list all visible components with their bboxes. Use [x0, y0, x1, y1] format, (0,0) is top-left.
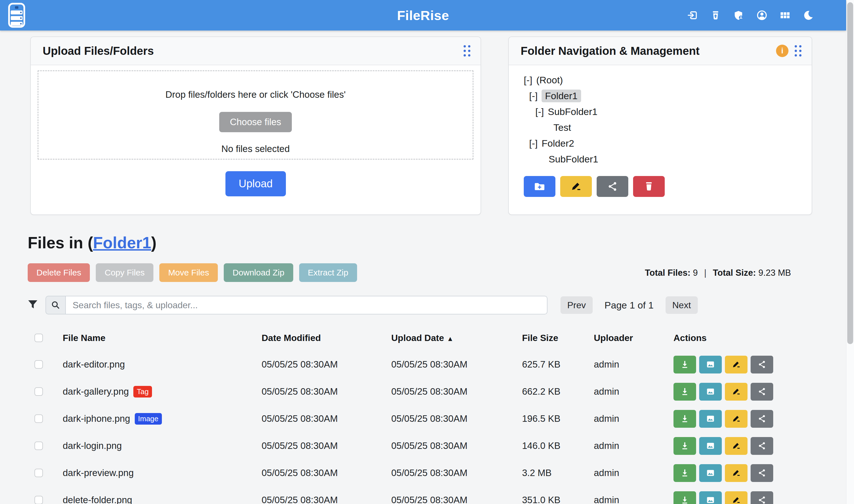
download-zip-button[interactable]: Download Zip — [224, 263, 293, 282]
prev-page-button[interactable]: Prev — [561, 296, 593, 314]
tree-label[interactable]: (Root) — [536, 75, 563, 86]
search-input[interactable] — [65, 296, 547, 314]
select-all-checkbox[interactable] — [34, 334, 43, 342]
folder-info-icon[interactable]: i — [776, 44, 788, 57]
tree-label[interactable]: SubFolder1 — [548, 106, 598, 117]
edit-file-button[interactable] — [725, 491, 747, 504]
column-date-modified[interactable]: Date Modified — [261, 333, 391, 343]
download-file-button[interactable] — [673, 383, 696, 401]
drag-handle-icon[interactable] — [464, 45, 470, 56]
file-dropzone[interactable]: Drop files/folders here or click 'Choose… — [38, 70, 473, 160]
move-files-button[interactable]: Move Files — [159, 263, 218, 282]
grid-view-icon[interactable] — [780, 10, 791, 21]
user-profile-icon[interactable] — [757, 10, 767, 21]
file-size-cell: 662.2 KB — [522, 386, 594, 397]
admin-shield-icon[interactable] — [733, 10, 744, 21]
share-folder-button[interactable] — [597, 176, 628, 197]
share-icon — [757, 414, 767, 424]
share-file-button[interactable] — [751, 464, 773, 482]
download-file-button[interactable] — [673, 464, 696, 482]
edit-file-button[interactable] — [725, 437, 747, 455]
tree-label-selected[interactable]: Folder1 — [542, 90, 581, 102]
download-file-button[interactable] — [673, 356, 696, 374]
table-row: dark-login.png 05/05/25 08:30AM 05/05/25… — [28, 432, 828, 460]
dark-mode-icon[interactable] — [803, 10, 814, 21]
tree-label[interactable]: Test — [553, 122, 571, 133]
preview-image-button[interactable] — [699, 356, 722, 374]
edit-file-button[interactable] — [725, 356, 747, 374]
create-folder-button[interactable] — [524, 176, 556, 197]
drag-handle-icon[interactable] — [795, 45, 801, 56]
row-checkbox[interactable] — [34, 360, 43, 369]
preview-image-button[interactable] — [699, 410, 722, 428]
edit-file-button[interactable] — [725, 383, 747, 401]
tree-item-subfolder1-2[interactable]: SubFolder1 — [509, 151, 812, 167]
tag-badge[interactable]: Tag — [133, 386, 152, 397]
column-file-size[interactable]: File Size — [522, 333, 594, 343]
upload-button[interactable]: Upload — [225, 171, 286, 196]
tree-toggle[interactable]: [-] — [535, 106, 544, 117]
extract-zip-button[interactable]: Extract Zip — [299, 263, 357, 282]
download-file-button[interactable] — [673, 491, 696, 504]
share-file-button[interactable] — [751, 356, 773, 374]
image-badge[interactable]: Image — [135, 413, 162, 425]
file-name[interactable]: dark-iphone.png — [63, 413, 130, 424]
row-checkbox[interactable] — [34, 496, 43, 504]
tree-item-root[interactable]: [-] (Root) — [509, 72, 812, 88]
preview-image-button[interactable] — [699, 383, 722, 401]
column-upload-date[interactable]: Upload Date▲ — [391, 333, 522, 343]
file-name[interactable]: dark-preview.png — [63, 468, 134, 478]
page-scrollbar-track[interactable] — [846, 0, 854, 504]
tree-item-subfolder1[interactable]: [-] SubFolder1 — [509, 104, 812, 120]
column-uploader[interactable]: Uploader — [594, 333, 673, 343]
tree-toggle[interactable]: [-] — [529, 138, 538, 149]
tree-item-folder1[interactable]: [-] Folder1 — [509, 88, 812, 104]
upload-date-cell: 05/05/25 08:30AM — [391, 413, 522, 424]
tree-toggle[interactable]: [-] — [529, 90, 538, 102]
share-file-button[interactable] — [751, 491, 773, 504]
row-checkbox[interactable] — [34, 442, 43, 450]
page-scrollbar-thumb[interactable] — [847, 2, 853, 344]
share-file-button[interactable] — [751, 383, 773, 401]
file-name[interactable]: dark-gallery.png — [63, 386, 129, 397]
tree-toggle[interactable]: [-] — [524, 75, 532, 86]
file-name[interactable]: dark-login.png — [63, 440, 122, 451]
download-file-button[interactable] — [673, 437, 696, 455]
row-checkbox[interactable] — [34, 469, 43, 477]
share-icon — [606, 181, 618, 192]
tree-item-folder2[interactable]: [-] Folder2 — [509, 135, 812, 151]
file-name[interactable]: delete-folder.png — [63, 495, 132, 504]
filter-icon[interactable] — [28, 299, 38, 311]
date-modified-cell: 05/05/25 08:30AM — [261, 386, 391, 397]
share-file-button[interactable] — [751, 410, 773, 428]
app-header: FileRise — [0, 0, 846, 31]
edit-file-button[interactable] — [725, 464, 747, 482]
share-file-button[interactable] — [751, 437, 773, 455]
current-folder-link[interactable]: Folder1 — [93, 234, 151, 252]
delete-files-button[interactable]: Delete Files — [28, 263, 90, 282]
tree-label[interactable]: SubFolder1 — [549, 154, 598, 165]
preview-image-button[interactable] — [699, 464, 722, 482]
tree-item-test[interactable]: Test — [509, 120, 812, 135]
edit-file-button[interactable] — [725, 410, 747, 428]
tree-label[interactable]: Folder2 — [542, 138, 574, 149]
rename-folder-button[interactable] — [560, 176, 592, 197]
download-file-button[interactable] — [673, 410, 696, 428]
logout-icon[interactable] — [687, 10, 698, 21]
next-page-button[interactable]: Next — [666, 296, 698, 314]
file-name[interactable]: dark-editor.png — [63, 359, 125, 370]
download-icon — [680, 414, 690, 424]
share-icon — [757, 360, 767, 369]
restore-trash-icon[interactable] — [710, 10, 721, 21]
preview-image-button[interactable] — [699, 437, 722, 455]
column-file-name[interactable]: File Name — [63, 333, 261, 343]
menu-server-logo-icon[interactable] — [8, 2, 25, 28]
upload-card: Upload Files/Folders Drop files/folders … — [30, 36, 481, 215]
choose-files-button[interactable]: Choose files — [219, 112, 292, 132]
copy-files-button[interactable]: Copy Files — [96, 263, 153, 282]
row-checkbox[interactable] — [34, 387, 43, 396]
delete-folder-button[interactable] — [633, 176, 665, 197]
preview-image-button[interactable] — [699, 491, 722, 504]
uploader-cell: admin — [594, 495, 673, 504]
row-checkbox[interactable] — [34, 414, 43, 423]
